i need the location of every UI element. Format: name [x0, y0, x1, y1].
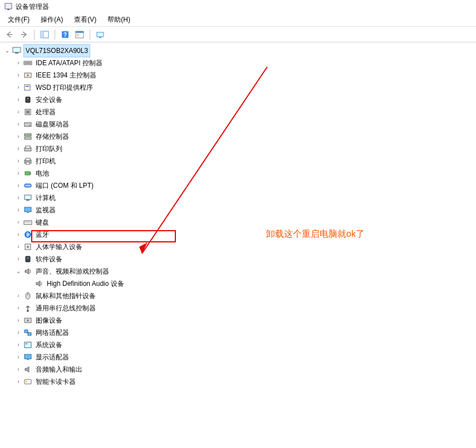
item-label: IEEE 1394 主控制器 — [35, 69, 97, 82]
tree-item-disk[interactable]: › 磁盘驱动器 — [3, 118, 476, 130]
expander-icon[interactable]: › — [14, 155, 22, 167]
tree-item-security[interactable]: › 安全设备 — [3, 94, 476, 106]
expander-icon[interactable]: › — [14, 57, 22, 69]
expander-icon[interactable]: › — [14, 130, 22, 143]
window-title: 设备管理器 — [16, 2, 49, 12]
tree-item-display[interactable]: › 显示适配器 — [3, 351, 476, 363]
tree-item-printqueue[interactable]: › 打印队列 — [3, 143, 476, 155]
svg-rect-45 — [25, 222, 26, 222]
tree-item-usb[interactable]: › 通用串行总线控制器 — [3, 302, 476, 314]
keyboard-icon — [23, 218, 32, 227]
expander-icon[interactable]: › — [14, 69, 22, 81]
menu-action[interactable]: 操作(A) — [35, 13, 68, 26]
tree-item-battery[interactable]: › 电池 — [3, 167, 476, 179]
toolbar: ? — [0, 27, 476, 42]
expander-icon[interactable]: › — [14, 228, 22, 241]
device-tree[interactable]: ⌄ VQL71SOB2XA90L3 › IDE ATA/ATAPI 控制器 › … — [0, 42, 476, 388]
item-label: 系统设备 — [35, 338, 63, 352]
security-icon — [23, 95, 32, 104]
tree-item-network[interactable]: › 网络适配器 — [3, 327, 476, 339]
expander-icon[interactable]: › — [14, 179, 22, 192]
tree-item-hd-audio[interactable]: High Definition Audio 设备 — [3, 277, 476, 290]
tree-item-computer[interactable]: › 计算机 — [3, 192, 476, 204]
expander-icon[interactable]: › — [14, 167, 22, 179]
expander-icon[interactable]: › — [14, 314, 22, 327]
properties-button[interactable] — [73, 28, 86, 41]
item-label: 蓝牙 — [35, 228, 50, 241]
svg-rect-65 — [24, 379, 31, 384]
svg-rect-61 — [24, 342, 31, 348]
expander-icon[interactable]: › — [14, 81, 22, 94]
tree-item-printer[interactable]: › 打印机 — [3, 155, 476, 167]
mouse-icon — [23, 291, 32, 300]
tree-item-image[interactable]: › 图像设备 — [3, 314, 476, 327]
tree-item-smartcard[interactable]: › 智能卡读卡器 — [3, 376, 476, 388]
tree-item-hid[interactable]: › 人体学输入设备 — [3, 241, 476, 253]
show-hide-button[interactable] — [38, 28, 51, 41]
expander-icon[interactable]: › — [14, 302, 22, 314]
svg-point-26 — [29, 125, 30, 126]
expander-icon[interactable]: › — [14, 376, 22, 388]
hid-icon — [23, 242, 32, 251]
item-label: 安全设备 — [35, 93, 63, 106]
svg-rect-11 — [97, 32, 104, 37]
item-label: 人体学输入设备 — [35, 240, 84, 254]
menu-view[interactable]: 查看(V) — [68, 13, 102, 26]
system-icon — [23, 340, 32, 349]
expander-icon[interactable]: › — [14, 363, 22, 376]
item-label: WSD 打印提供程序 — [35, 81, 94, 94]
svg-point-55 — [27, 310, 29, 312]
menu-file[interactable]: 文件(F) — [2, 13, 35, 26]
menu-help[interactable]: 帮助(H) — [102, 13, 136, 26]
tree-item-system[interactable]: › 系统设备 — [3, 339, 476, 351]
menu-bar: 文件(F) 操作(A) 查看(V) 帮助(H) — [0, 13, 476, 27]
back-button[interactable] — [3, 28, 16, 41]
svg-rect-46 — [27, 222, 28, 222]
tree-item-storage[interactable]: › 存储控制器 — [3, 130, 476, 143]
tree-item-keyboard[interactable]: › 键盘 — [3, 216, 476, 228]
expander-icon[interactable]: › — [14, 143, 22, 155]
tree-item-port[interactable]: › 端口 (COM 和 LPT) — [3, 179, 476, 192]
expander-icon[interactable]: › — [14, 327, 22, 339]
tree-item-software[interactable]: › 软件设备 — [3, 253, 476, 265]
expander-icon[interactable]: ⌄ — [3, 45, 11, 57]
item-label: 声音、视频和游戏控制器 — [35, 265, 110, 278]
expander-icon[interactable]: › — [14, 94, 22, 106]
tree-item-sound[interactable]: ⌄ 声音、视频和游戏控制器 — [3, 265, 476, 277]
svg-rect-44 — [24, 221, 32, 225]
expander-icon[interactable]: › — [14, 204, 22, 216]
tree-item-cpu[interactable]: › 处理器 — [3, 106, 476, 118]
svg-rect-21 — [26, 97, 30, 103]
expander-icon[interactable]: › — [14, 351, 22, 363]
expander-icon[interactable]: › — [14, 290, 22, 302]
tree-item-audio[interactable]: › 音频输入和输出 — [3, 363, 476, 376]
tree-item-mouse[interactable]: › 鼠标和其他指针设备 — [3, 290, 476, 302]
tree-item-monitor[interactable]: › 监视器 — [3, 204, 476, 216]
sound-icon — [23, 267, 32, 276]
tree-item-ieee1394[interactable]: › IEEE 1394 主控制器 — [3, 69, 476, 81]
expander-icon[interactable]: › — [14, 253, 22, 265]
expander-icon[interactable]: ⌄ — [14, 265, 22, 277]
item-label: 存储控制器 — [35, 130, 70, 143]
tree-root[interactable]: ⌄ VQL71SOB2XA90L3 — [3, 45, 476, 57]
svg-rect-33 — [26, 162, 30, 164]
svg-rect-51 — [26, 256, 30, 262]
svg-rect-64 — [27, 359, 29, 360]
display-icon — [23, 353, 32, 362]
expander-icon[interactable]: › — [14, 118, 22, 130]
help-button[interactable]: ? — [59, 28, 71, 41]
svg-rect-62 — [26, 343, 27, 344]
expander-icon[interactable]: › — [14, 106, 22, 118]
forward-button[interactable] — [18, 28, 30, 41]
tree-item-bluetooth[interactable]: › 蓝牙 — [3, 228, 476, 241]
expander-icon[interactable]: › — [14, 192, 22, 204]
tree-item-ide[interactable]: › IDE ATA/ATAPI 控制器 — [3, 57, 476, 69]
scan-button[interactable] — [94, 28, 106, 41]
expander-icon[interactable]: › — [14, 216, 22, 228]
svg-rect-8 — [76, 31, 84, 33]
tree-item-wsd[interactable]: › WSD 打印提供程序 — [3, 81, 476, 94]
svg-rect-58 — [24, 330, 28, 333]
expander-icon[interactable]: › — [14, 241, 22, 253]
expander-icon[interactable]: › — [14, 339, 22, 351]
toolbar-separator — [90, 30, 90, 40]
